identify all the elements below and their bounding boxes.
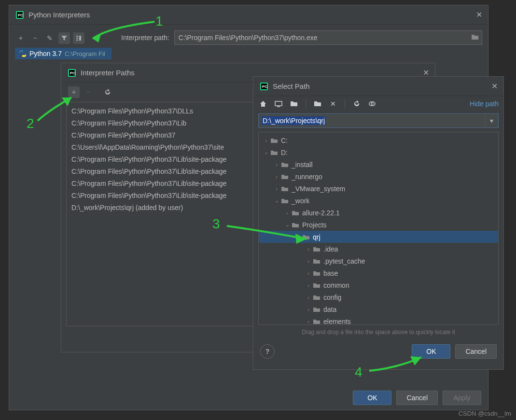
help-button[interactable]: ? [260,344,275,359]
desktop-icon[interactable] [274,99,283,109]
svg-text:+: + [319,100,321,104]
dialog-title: Select Path [273,82,310,90]
titlebar: PC Select Path ✕ [253,77,503,96]
chevron-right-icon[interactable]: › [273,174,280,180]
filter-interpreter-button[interactable] [58,32,70,44]
folder-icon [281,185,289,192]
chevron-right-icon[interactable]: › [305,258,312,264]
chevron-down-icon[interactable]: ⌄ [284,222,291,228]
python-icon [19,50,27,57]
folder-tree[interactable]: ›C:⌄D:›_install›_runnergo›_VMware_system… [258,132,499,325]
chevron-right-icon[interactable]: › [305,270,312,276]
chevron-right-icon[interactable]: › [305,282,312,288]
tree-row[interactable]: ›.pytest_cache [259,255,498,267]
project-icon[interactable] [289,99,299,109]
tree-item-label: D: [281,149,288,156]
tree-row[interactable]: ⌄D: [259,146,498,158]
hide-path-link[interactable]: Hide path [470,100,499,108]
chevron-right-icon[interactable]: › [263,138,269,143]
chevron-right-icon[interactable]: › [305,307,312,312]
tree-item-label: config [323,294,341,301]
ok-button[interactable]: OK [353,391,391,405]
delete-icon[interactable]: ✕ [328,99,338,109]
tree-row[interactable]: ›elements [259,315,498,325]
interpreter-path-label: Interpreter path: [121,34,169,42]
interpreter-item[interactable]: Python 3.7 C:\Program Fil [15,48,112,59]
folder-icon [313,318,321,325]
path-input[interactable]: D:\_work\Projects\qrj ▾ [258,113,499,128]
tree-row[interactable]: ›C: [259,134,498,146]
new-folder-icon[interactable]: + [313,99,322,109]
remove-interpreter-button[interactable]: － [29,32,41,44]
tree-item-label: C: [281,137,288,144]
folder-icon [302,234,310,240]
tree-row[interactable]: ›.idea [259,243,498,255]
tree-row[interactable]: ›_runnergo [259,170,498,182]
chevron-down-icon[interactable]: ⌄ [263,149,269,155]
add-path-button[interactable]: ＋ [68,86,80,98]
tree-row[interactable]: ›base [259,267,498,279]
chevron-right-icon[interactable]: › [284,210,291,216]
dialog-title: Interpreter Paths [81,69,135,77]
folder-icon [313,270,321,277]
browse-folder-icon[interactable] [471,34,479,42]
tree-row[interactable]: ›config [259,291,498,303]
add-interpreter-button[interactable]: ＋ [15,32,27,44]
tree-item-label: common [323,281,349,289]
main-button-row: OK Cancel Apply [9,386,488,410]
chevron-right-icon[interactable]: › [305,319,312,324]
tree-item-label: _install [292,161,313,168]
folder-icon [313,282,321,289]
pycharm-icon: PC [15,10,25,20]
close-icon[interactable]: ✕ [476,10,482,19]
chevron-right-icon[interactable]: › [305,246,312,252]
tree-row[interactable]: ⌄Projects [259,219,498,231]
folder-icon [270,137,278,144]
interpreter-list[interactable]: Python 3.7 C:\Program Fil [15,48,112,59]
cancel-button[interactable]: Cancel [455,344,497,359]
folder-icon [281,197,289,204]
tree-item-label: .pytest_cache [323,257,365,265]
folder-icon [313,306,321,313]
tree-item-label: _runnergo [292,173,322,181]
tree-item-label: base [323,269,338,277]
dialog-title: Python Interpreters [28,11,90,19]
tree-row[interactable]: ›common [259,279,498,291]
edit-interpreter-button[interactable]: ✎ [44,32,56,44]
remove-path-button[interactable]: － [83,86,94,98]
dropdown-arrow-icon[interactable]: ▾ [485,114,498,127]
close-icon[interactable]: ✕ [491,82,498,91]
select-path-toolbar: + ✕ Hide path [253,96,503,112]
reload-paths-button[interactable] [102,86,113,98]
pycharm-icon: PC [67,68,77,78]
interpreter-hint: C:\Program Fil [65,50,105,57]
apply-button[interactable]: Apply [443,391,481,405]
select-path-dialog: PC Select Path ✕ + ✕ Hide path D:\_work\… [253,76,504,370]
tree-row[interactable]: ›_install [259,158,498,170]
refresh-icon[interactable] [352,99,362,109]
cancel-button[interactable]: Cancel [396,391,438,405]
show-hidden-icon[interactable] [367,99,377,109]
ok-button[interactable]: OK [412,344,450,359]
chevron-right-icon[interactable]: › [273,186,280,192]
drag-drop-hint: Drag and drop a file into the space abov… [253,325,503,339]
tree-row[interactable]: ›allure-2.22.1 [259,207,498,219]
tree-row[interactable]: ⌄qrj [259,231,498,243]
folder-icon [313,258,321,265]
chevron-right-icon[interactable]: › [273,162,280,168]
tree-row[interactable]: ⌄_work [259,195,498,207]
chevron-down-icon[interactable]: ⌄ [273,197,280,204]
show-paths-button[interactable] [73,32,84,44]
home-icon[interactable] [258,99,268,109]
interpreter-toolbar: ＋ － ✎ [15,28,112,48]
interpreter-path-field[interactable]: C:\Program Files\Python\Python37\python.… [174,30,482,45]
tree-row[interactable]: ›_VMware_system [259,182,498,195]
folder-icon [313,294,321,301]
tree-row[interactable]: ›data [259,303,498,315]
folder-icon [313,246,321,252]
chevron-right-icon[interactable]: › [305,294,312,300]
folder-icon [292,210,299,216]
svg-text:PC: PC [18,13,23,17]
separator [306,99,306,108]
chevron-down-icon[interactable]: ⌄ [294,234,301,240]
